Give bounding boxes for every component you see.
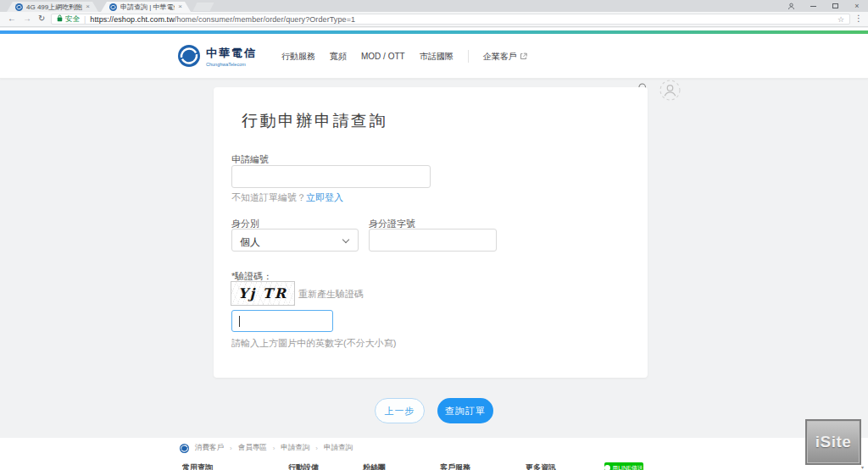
breadcrumb-item[interactable]: 申請查詢 — [324, 443, 353, 453]
footer-column-title[interactable]: 客戶服務 — [440, 462, 470, 470]
query-order-button[interactable]: 查詢訂單 — [437, 398, 493, 423]
nav-item-enterprise[interactable]: 企業客戶 — [483, 51, 527, 63]
cht-favicon — [15, 3, 23, 11]
site-footer: 消費客戶 › 會員專區 › 申請查詢 › 申請查詢 常用查詢 行動設備 粉絲團 … — [0, 438, 868, 470]
nav-item-mod-ott[interactable]: MOD / OTT — [361, 52, 405, 61]
line-icon — [604, 465, 610, 470]
account-icon[interactable] — [659, 80, 681, 104]
url-path: /home/consumer/member/order/query?OrderT… — [175, 15, 355, 24]
breadcrumb-item[interactable]: 申請查詢 — [281, 443, 309, 453]
nav-item-broadband[interactable]: 寬頻 — [330, 51, 347, 63]
breadcrumb-item[interactable]: 會員專區 — [238, 443, 267, 453]
cht-globe-icon — [178, 45, 200, 67]
secure-label: 安全 — [65, 14, 80, 25]
brand-subname: ChunghwaTelecom — [206, 62, 257, 67]
breadcrumb-separator: › — [315, 445, 318, 452]
site-navbar: 中華電信 ChunghwaTelecom 行動服務 寬頻 MOD / OTT 市… — [0, 34, 868, 79]
new-tab-button[interactable] — [193, 3, 214, 11]
order-number-label: 申請編號 — [231, 153, 269, 166]
form-actions: 上一步 查詢訂單 — [0, 398, 868, 423]
order-number-input[interactable] — [231, 165, 431, 188]
tab-close-icon[interactable]: × — [86, 3, 90, 10]
tab-title: 申請查詢 | 中華電信數位 — [120, 3, 175, 12]
line-share-button[interactable]: 用LINE傳送 — [604, 462, 643, 470]
forward-icon[interactable]: → — [23, 14, 31, 23]
tab-strip: 4G 499上網吃到飽(母親 × 申請查詢 | 中華電信數位 × × — [0, 0, 868, 12]
nav-item-mobile[interactable]: 行動服務 — [281, 51, 315, 63]
bookmark-star-icon[interactable]: ☆ — [837, 15, 844, 24]
footer-column-title[interactable]: 常用查詢 — [182, 462, 213, 470]
breadcrumb-separator: › — [273, 445, 275, 452]
tab-title: 4G 499上網吃到飽(母親 — [26, 3, 82, 12]
main-menu: 行動服務 寬頻 MOD / OTT 市話國際 企業客戶 — [281, 34, 527, 79]
previous-step-button[interactable]: 上一步 — [375, 398, 425, 423]
nav-item-enterprise-label: 企業客戶 — [483, 51, 517, 63]
captcha-image: Yj TR — [231, 281, 295, 306]
captcha-helper: 請輸入上方圖片中的英數字(不分大小寫) — [231, 337, 396, 350]
breadcrumb-item[interactable]: 消費客戶 — [195, 443, 224, 453]
browser-menu-icon[interactable]: ⋮ — [854, 14, 863, 23]
external-link-icon — [520, 53, 527, 60]
breadcrumb-separator: › — [230, 445, 232, 452]
browser-window: 4G 499上網吃到飽(母親 × 申請查詢 | 中華電信數位 × × ← → ↻ — [0, 0, 868, 470]
chevron-down-icon — [342, 236, 349, 243]
minimize-button[interactable] — [802, 6, 824, 7]
cht-logo[interactable]: 中華電信 ChunghwaTelecom — [178, 45, 257, 67]
isite-label: iSite — [815, 433, 852, 451]
menu-divider — [468, 50, 469, 63]
id-number-input[interactable] — [369, 229, 497, 252]
browser-toolbar: ← → ↻ 安全 | https://eshop.cht.com.tw/home… — [0, 12, 868, 27]
identity-type-value: 個人 — [240, 235, 260, 250]
browser-tab-1[interactable]: 4G 499上網吃到飽(母親 × — [7, 2, 98, 12]
login-now-link[interactable]: 立即登入 — [306, 192, 343, 202]
captcha-input[interactable] — [231, 310, 333, 332]
window-controls: × — [780, 0, 868, 12]
footer-column-title[interactable]: 行動設備 — [288, 462, 319, 470]
url-divider: | — [84, 15, 86, 24]
maximize-button[interactable] — [824, 3, 846, 8]
footer-column-title[interactable]: 更多資訊 — [526, 462, 556, 470]
isite-watermark: iSite — [805, 419, 861, 465]
login-hint: 不知道訂單編號？立即登入 — [231, 191, 343, 204]
isite-caret-icon: ▾ — [861, 464, 864, 470]
brand-name: 中華電信 — [206, 46, 257, 61]
nav-item-landline[interactable]: 市話國際 — [420, 51, 453, 63]
url-host: https://eshop.cht.com.tw — [90, 15, 174, 24]
address-bar[interactable]: 安全 | https://eshop.cht.com.tw/home/consu… — [51, 14, 850, 25]
page-title: 行動申辦申請查詢 — [242, 110, 387, 132]
footer-column-title[interactable]: 粉絲團 — [363, 462, 386, 470]
cht-globe-icon — [180, 444, 189, 453]
text-cursor — [239, 316, 240, 327]
captcha-code: Yj TR — [238, 285, 287, 301]
breadcrumb: 消費客戶 › 會員專區 › 申請查詢 › 申請查詢 — [180, 443, 353, 453]
captcha-refresh-link[interactable]: 重新產生驗證碼 — [298, 288, 364, 301]
reload-icon[interactable]: ↻ — [38, 14, 45, 23]
cht-favicon — [109, 3, 117, 11]
secure-lock-icon — [57, 14, 63, 24]
login-hint-text: 不知道訂單編號？ — [231, 192, 306, 202]
line-share-label: 用LINE傳送 — [612, 464, 643, 470]
tab-close-icon[interactable]: × — [178, 3, 182, 10]
browser-profile-icon[interactable] — [780, 3, 802, 10]
browser-tab-2[interactable]: 申請查詢 | 中華電信數位 × — [101, 2, 191, 12]
close-window-button[interactable]: × — [846, 2, 868, 10]
identity-type-select[interactable]: 個人 — [231, 229, 359, 252]
back-icon[interactable]: ← — [8, 14, 16, 23]
